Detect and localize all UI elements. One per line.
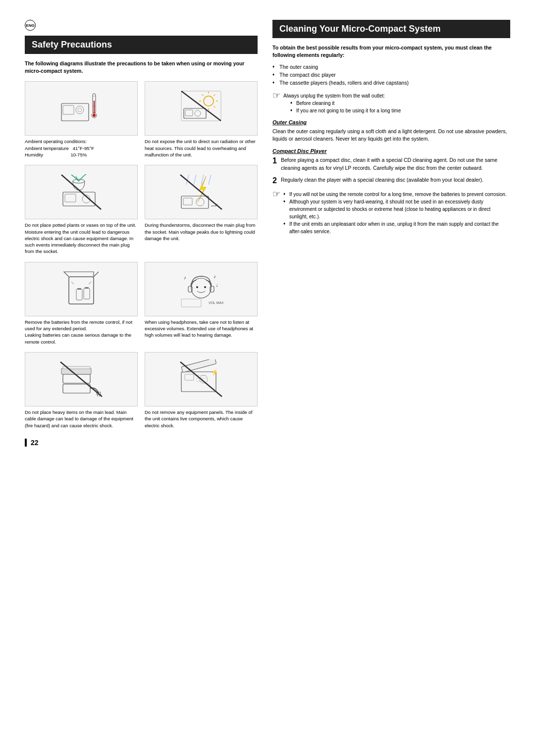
svg-point-12 (204, 96, 214, 106)
cd-step-1: 1 Before playing a compact disc, clean i… (272, 156, 510, 172)
cd-step-1-num: 1 (272, 156, 277, 165)
svg-rect-54 (181, 299, 201, 307)
plant-illustration (59, 172, 104, 212)
always-sub-2: If you are not going to be using it for … (290, 107, 401, 114)
cd-player-title: Compact Disc Player (272, 148, 510, 154)
diagram-temp: Ambient operating conditions: Ambient te… (25, 81, 138, 158)
diagram-plant: Do not place potted plants or vases on t… (25, 165, 138, 254)
svg-rect-42 (85, 287, 89, 289)
cleaning-section-title: Cleaning Your Micro-Compact System (272, 20, 510, 38)
footer-bullets-list: If you will not be using the remote cont… (283, 191, 510, 235)
always-note-title: Always unplug the system from the wall o… (283, 93, 385, 99)
safety-intro: The following diagrams illustrate the pr… (25, 60, 258, 74)
svg-line-44 (89, 282, 91, 284)
always-sub-list: Before cleaning it If you are not going … (283, 100, 401, 114)
caption-cable: Do not place heavy items on the main lea… (25, 409, 138, 429)
svg-rect-6 (94, 101, 95, 113)
eng-label: ENG (26, 23, 34, 28)
lightning-illustration (179, 172, 223, 212)
diagram-box-plant (25, 165, 138, 219)
svg-rect-39 (76, 289, 82, 300)
caption-headphone: When using headphones, take care not to … (145, 319, 258, 339)
footer-bullet-2: Although your system is very hard-wearin… (283, 198, 510, 220)
svg-line-31 (194, 175, 196, 185)
cd-step-1-text: Before playing a compact disc, clean it … (281, 156, 510, 172)
battery-illustration (59, 269, 104, 309)
outer-casing-title: Outer Casing (272, 119, 510, 125)
diagram-box-battery (25, 262, 138, 316)
headphone-illustration: ♪ ♪ ♩ VOL MAX (179, 269, 223, 309)
svg-rect-35 (183, 198, 192, 205)
diagram-sun: Do not expose the unit to direct sun rad… (145, 81, 258, 158)
page-number: 22 (25, 439, 39, 447)
svg-rect-56 (63, 384, 90, 393)
cd-step-2: 2 Regularly clean the player with a spec… (272, 176, 510, 185)
footer-note-block: ☞ If you will not be using the remote co… (272, 191, 510, 235)
footer-notes: ☞ If you will not be using the remote co… (272, 191, 510, 235)
svg-text:♪: ♪ (184, 275, 186, 280)
always-note-content: Always unplug the system from the wall o… (283, 92, 401, 114)
clean-items-list: The outer casing The compact disc player… (272, 63, 510, 87)
svg-line-17 (202, 95, 204, 96)
svg-point-47 (204, 286, 206, 288)
caption-battery: Remove the batteries from the remote con… (25, 319, 138, 345)
svg-point-2 (76, 106, 84, 114)
clean-item-2: The compact disc player (272, 71, 510, 79)
diagram-lightning: During thunderstorms, disconnect the mai… (145, 165, 258, 254)
diagram-grid: Ambient operating conditions: Ambient te… (25, 81, 258, 428)
eng-badge: ENG (25, 20, 36, 31)
svg-rect-26 (65, 194, 76, 202)
caption-sun: Do not expose the unit to direct sun rad… (145, 138, 258, 158)
svg-line-24 (181, 91, 221, 121)
svg-rect-22 (185, 110, 193, 116)
cable-illustration (59, 359, 104, 399)
always-sub-1: Before cleaning it (290, 100, 401, 107)
cleaning-intro: To obtain the best possible results from… (272, 44, 510, 58)
diagram-box-lightning (145, 165, 258, 219)
svg-rect-1 (63, 105, 74, 114)
panel-illustration: ⚡ (179, 359, 223, 399)
svg-point-36 (196, 198, 204, 206)
right-column: Cleaning Your Micro-Compact System To ob… (272, 20, 510, 447)
diagram-battery: Remove the batteries from the remote con… (25, 262, 138, 345)
svg-rect-0 (61, 103, 89, 121)
svg-rect-57 (61, 368, 91, 374)
sun-illustration (179, 89, 223, 128)
cd-step-2-num: 2 (272, 176, 277, 185)
footer-bullet-3: If the unit emits an unpleasant odor whe… (283, 220, 510, 235)
caption-lightning: During thunderstorms, disconnect the mai… (145, 222, 258, 242)
safety-section-title: Safety Precautions (25, 36, 258, 54)
diagram-headphone: ♪ ♪ ♩ VOL MAX When using headphones, tak… (145, 262, 258, 345)
diagram-box-cable (25, 352, 138, 406)
svg-line-37 (180, 175, 222, 209)
caption-temp: Ambient operating conditions: Ambient te… (25, 138, 138, 158)
footer-note-icon: ☞ (272, 190, 280, 199)
svg-line-43 (71, 282, 74, 284)
svg-text:♩: ♩ (216, 283, 218, 288)
svg-point-23 (195, 110, 201, 116)
svg-point-3 (78, 108, 82, 112)
caption-panel: Do not remove any equipment panels. The … (145, 409, 258, 429)
cd-step-2-text: Regularly clean the player with a specia… (281, 176, 483, 184)
diagram-box-temp (25, 81, 138, 136)
caption-plant: Do not place potted plants or vases on t… (25, 222, 138, 254)
clean-item-1: The outer casing (272, 63, 510, 71)
page: ENG Safety Precautions The following dia… (0, 0, 535, 756)
svg-point-46 (196, 286, 198, 288)
svg-text:⚡: ⚡ (211, 368, 218, 376)
svg-point-7 (93, 114, 96, 117)
left-column: ENG Safety Precautions The following dia… (25, 20, 258, 447)
svg-line-18 (214, 106, 215, 108)
diagram-box-sun (145, 81, 258, 136)
diagram-cable: Do not place heavy items on the main lea… (25, 352, 138, 429)
temp-illustration (59, 89, 104, 128)
svg-rect-65 (185, 374, 194, 380)
svg-text:VOL MAX: VOL MAX (209, 301, 223, 304)
svg-rect-41 (84, 288, 90, 299)
clean-item-3: The cassette players (heads, rollers and… (272, 79, 510, 87)
diagram-box-headphone: ♪ ♪ ♩ VOL MAX (145, 262, 258, 316)
outer-casing-text: Clean the outer casing regularly using a… (272, 128, 510, 144)
svg-line-33 (209, 175, 211, 185)
note-finger-icon: ☞ (272, 91, 280, 100)
svg-line-19 (214, 95, 215, 96)
